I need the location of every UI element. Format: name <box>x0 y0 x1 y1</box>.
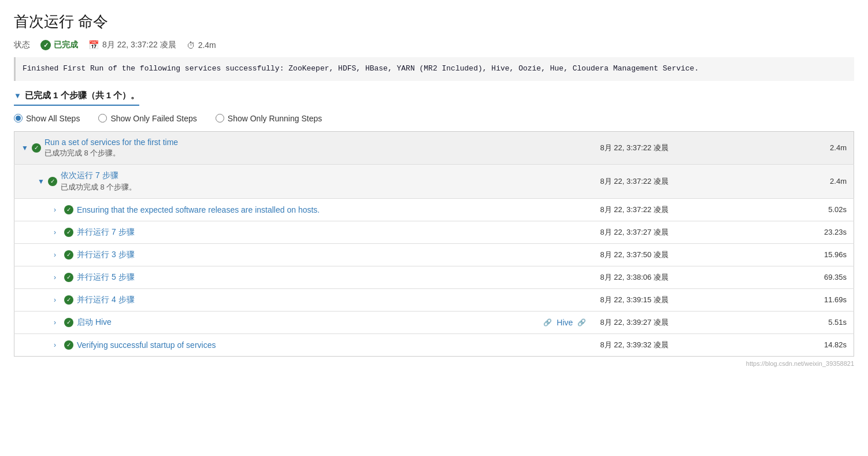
table-row: ›✓并行运行 7 步骤8月 22, 3:37:27 凌晨23.23s <box>14 221 854 243</box>
step-duration: 15.96s <box>773 243 854 266</box>
expand-icon[interactable]: › <box>54 251 61 259</box>
table-row: ›✓Ensuring that the expected software re… <box>14 198 854 221</box>
step-name-text: 并行运行 5 步骤 <box>77 272 135 283</box>
expand-icon[interactable]: › <box>54 341 61 349</box>
step-success-icon: ✓ <box>64 295 73 305</box>
empty-cell <box>536 131 593 164</box>
description-text: Finished First Run of the following serv… <box>14 57 854 81</box>
step-success-icon: ✓ <box>64 228 73 237</box>
steps-table: ▼✓Run a set of services for the first ti… <box>14 131 854 357</box>
hive-link-area: 🔗 Hive 🔗 <box>543 318 586 327</box>
table-row: ▼✓Run a set of services for the first ti… <box>14 131 854 164</box>
expand-icon[interactable]: › <box>54 228 61 236</box>
step-name-text: Verifying successful startup of services <box>77 340 216 350</box>
step-name-text: 启动 Hive <box>77 317 112 328</box>
filter-all-label: Show All Steps <box>26 114 80 123</box>
table-row: ›✓并行运行 5 步骤8月 22, 3:38:06 凌晨69.35s <box>14 266 854 288</box>
external-link-icon-2: 🔗 <box>577 318 586 327</box>
filter-running-label: Show Only Running Steps <box>228 114 322 123</box>
step-name-text[interactable]: Run a set of services for the first time <box>44 138 178 147</box>
empty-cell <box>536 198 593 221</box>
step-name-text: 并行运行 4 步骤 <box>77 295 135 305</box>
expand-icon[interactable]: › <box>54 206 61 214</box>
step-name-cell: ▼✓依次运行 7 步骤已成功完成 8 个步骤。 <box>14 164 537 198</box>
step-name-cell: ›✓Ensuring that the expected software re… <box>14 198 537 221</box>
expand-icon[interactable]: › <box>54 318 61 327</box>
empty-cell <box>536 288 593 311</box>
expand-icon[interactable]: ▼ <box>21 144 28 152</box>
filter-all-option[interactable]: Show All Steps <box>14 114 80 123</box>
step-name-text[interactable]: 依次运行 7 步骤 <box>61 170 136 181</box>
filter-failed-option[interactable]: Show Only Failed Steps <box>98 114 196 123</box>
step-name-text: 并行运行 3 步骤 <box>77 250 135 260</box>
hive-link-cell: 🔗 Hive 🔗 <box>536 311 593 333</box>
step-date: 8月 22, 3:37:22 凌晨 <box>593 131 772 164</box>
status-bar: 状态 ✓ 已完成 📅 8月 22, 3:37:22 凌晨 ⏱ 2.4m <box>14 40 854 50</box>
step-name-cell: ›✓并行运行 5 步骤 <box>14 266 537 288</box>
duration-section: ⏱ 2.4m <box>187 40 216 50</box>
table-row: ›✓并行运行 3 步骤8月 22, 3:37:50 凌晨15.96s <box>14 243 854 266</box>
table-row: ›✓Verifying successful startup of servic… <box>14 333 854 356</box>
page-title: 首次运行 命令 <box>14 12 854 32</box>
step-duration: 5.02s <box>773 198 854 221</box>
step-date: 8月 22, 3:39:15 凌晨 <box>593 288 772 311</box>
empty-cell <box>536 243 593 266</box>
step-duration: 5.51s <box>773 311 854 333</box>
step-duration: 2.4m <box>773 164 854 198</box>
expand-icon[interactable]: › <box>54 296 61 304</box>
empty-cell <box>536 164 593 198</box>
step-name-cell: ›✓Verifying successful startup of servic… <box>14 333 537 356</box>
table-row: ›✓启动 Hive 🔗 Hive 🔗 8月 22, 3:39:27 凌晨5.51… <box>14 311 854 333</box>
expand-icon[interactable]: ▼ <box>38 177 44 186</box>
step-success-icon: ✓ <box>48 177 57 186</box>
clock-icon: ⏱ <box>187 40 195 50</box>
step-duration: 23.23s <box>773 221 854 243</box>
filter-failed-label: Show Only Failed Steps <box>110 114 196 123</box>
filter-running-radio[interactable] <box>216 114 224 123</box>
empty-cell <box>536 266 593 288</box>
step-sub-text: 已成功完成 8 个步骤。 <box>44 148 178 158</box>
step-success-icon: ✓ <box>64 250 73 259</box>
step-date: 8月 22, 3:37:22 凌晨 <box>593 198 772 221</box>
step-date: 8月 22, 3:39:32 凌晨 <box>593 333 772 356</box>
step-date: 8月 22, 3:38:06 凌晨 <box>593 266 772 288</box>
step-duration: 11.69s <box>773 288 854 311</box>
step-duration: 2.4m <box>773 131 854 164</box>
filter-row: Show All Steps Show Only Failed Steps Sh… <box>14 114 854 123</box>
step-date: 8月 22, 3:37:22 凌晨 <box>593 164 772 198</box>
step-duration: 14.82s <box>773 333 854 356</box>
step-sub-text: 已成功完成 8 个步骤。 <box>61 182 136 192</box>
hive-link-text[interactable]: Hive <box>557 318 573 327</box>
filter-all-radio[interactable] <box>14 114 23 123</box>
footer-text: https://blog.csdn.net/weixin_39358821 <box>14 360 854 367</box>
step-name-cell: ›✓并行运行 4 步骤 <box>14 288 537 311</box>
filter-failed-radio[interactable] <box>98 114 107 123</box>
calendar-icon: 📅 <box>88 40 99 50</box>
step-success-icon: ✓ <box>64 340 73 350</box>
step-name-cell: ›✓并行运行 3 步骤 <box>14 243 537 266</box>
empty-cell <box>536 333 593 356</box>
external-link-icon-1: 🔗 <box>543 318 552 327</box>
steps-summary: ▼ 已完成 1 个步骤（共 1 个）。 <box>14 90 139 106</box>
step-date: 8月 22, 3:37:50 凌晨 <box>593 243 772 266</box>
step-date: 8月 22, 3:37:27 凌晨 <box>593 221 772 243</box>
expand-icon[interactable]: › <box>54 273 61 281</box>
status-label: 状态 <box>14 40 30 50</box>
step-success-icon: ✓ <box>32 143 41 153</box>
step-name-text: Ensuring that the expected software rele… <box>77 205 320 214</box>
table-row: ›✓并行运行 4 步骤8月 22, 3:39:15 凌晨11.69s <box>14 288 854 311</box>
table-row: ▼✓依次运行 7 步骤已成功完成 8 个步骤。8月 22, 3:37:22 凌晨… <box>14 164 854 198</box>
date-section: 📅 8月 22, 3:37:22 凌晨 <box>88 40 176 50</box>
step-success-icon: ✓ <box>64 273 73 282</box>
status-value: ✓ 已完成 <box>40 40 78 50</box>
step-success-icon: ✓ <box>64 318 73 327</box>
step-name-cell: ▼✓Run a set of services for the first ti… <box>14 131 537 164</box>
filter-running-option[interactable]: Show Only Running Steps <box>216 114 322 123</box>
step-name-text: 并行运行 7 步骤 <box>77 227 135 238</box>
step-name-cell: ›✓并行运行 7 步骤 <box>14 221 537 243</box>
step-name-cell: ›✓启动 Hive <box>14 311 537 333</box>
empty-cell <box>536 221 593 243</box>
check-icon: ✓ <box>40 40 51 50</box>
step-duration: 69.35s <box>773 266 854 288</box>
collapse-icon[interactable]: ▼ <box>14 91 21 100</box>
